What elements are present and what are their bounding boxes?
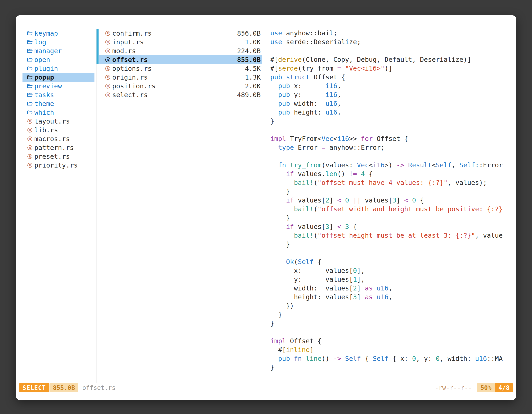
code-line bbox=[270, 47, 516, 55]
file-size: 1.0K bbox=[245, 38, 261, 46]
code-line: pub y: i16, bbox=[270, 90, 516, 99]
file-item-input.rs[interactable]: Rinput.rs1.0K bbox=[99, 38, 262, 47]
panels-container: keymaplogmanageropenpluginpopuppreviewta… bbox=[16, 15, 516, 383]
folder-item-popup[interactable]: popup bbox=[22, 73, 95, 82]
file-item-layout.rs[interactable]: Rlayout.rs bbox=[22, 117, 95, 125]
code-line: if values[3] < 3 { bbox=[270, 222, 516, 231]
svg-text:R: R bbox=[106, 40, 109, 44]
folder-item-which[interactable]: which bbox=[22, 108, 95, 117]
parent-directory-panel: keymaplogmanageropenpluginpopuppreviewta… bbox=[16, 29, 96, 383]
file-item-offset.rs[interactable]: Roffset.rs855.0B bbox=[99, 55, 262, 64]
item-label: plugin bbox=[34, 65, 58, 72]
code-line: fn try_from(values: Vec<i16>) -> Result<… bbox=[270, 161, 516, 170]
file-item-preset.rs[interactable]: Rpreset.rs bbox=[22, 152, 95, 161]
file-item-lib.rs[interactable]: Rlib.rs bbox=[22, 125, 95, 135]
file-size: 856.0B bbox=[237, 29, 261, 37]
folder-icon bbox=[27, 66, 33, 71]
code-line bbox=[270, 125, 516, 135]
status-filename: offset.rs bbox=[82, 384, 116, 391]
folder-icon bbox=[27, 110, 33, 115]
item-label: manager bbox=[34, 47, 62, 55]
file-size: 489.0B bbox=[237, 91, 261, 99]
code-line: impl Offset { bbox=[270, 337, 516, 346]
folder-item-plugin[interactable]: plugin bbox=[22, 64, 95, 73]
rust-file-icon: R bbox=[105, 57, 111, 63]
code-line: bail!("offset height must be at least 3:… bbox=[270, 231, 516, 240]
current-directory-panel: Rconfirm.rs856.0BRinput.rs1.0KRmod.rs224… bbox=[96, 29, 267, 383]
folder-icon bbox=[27, 83, 33, 89]
folder-item-manager[interactable]: manager bbox=[22, 47, 95, 55]
code-line: use serde::Deserialize; bbox=[270, 38, 516, 47]
rust-file-icon: R bbox=[105, 92, 111, 98]
rust-file-icon: R bbox=[27, 118, 33, 124]
item-label: priority.rs bbox=[34, 161, 78, 169]
svg-text:R: R bbox=[29, 146, 31, 149]
file-item-pattern.rs[interactable]: Rpattern.rs bbox=[22, 143, 95, 152]
code-line: #[derive(Clone, Copy, Debug, Default, De… bbox=[270, 55, 516, 64]
file-name: input.rs bbox=[112, 38, 144, 46]
code-line: pub struct Offset { bbox=[270, 73, 516, 82]
rust-file-icon: R bbox=[105, 48, 111, 54]
item-label: open bbox=[34, 56, 50, 64]
folder-item-keymap[interactable]: keymap bbox=[22, 29, 95, 38]
file-size: 1.3K bbox=[245, 73, 261, 81]
file-item-confirm.rs[interactable]: Rconfirm.rs856.0B bbox=[99, 29, 262, 38]
file-preview-panel: use anyhow::bail;use serde::Deserialize;… bbox=[267, 29, 516, 383]
svg-text:R: R bbox=[29, 119, 31, 123]
svg-text:R: R bbox=[106, 58, 109, 61]
svg-text:R: R bbox=[106, 84, 109, 88]
file-item-macros.rs[interactable]: Rmacros.rs bbox=[22, 135, 95, 143]
file-name: confirm.rs bbox=[112, 29, 152, 37]
code-line: } bbox=[270, 363, 516, 372]
svg-text:R: R bbox=[106, 49, 109, 53]
code-line: #[inline] bbox=[270, 346, 516, 354]
item-label: tasks bbox=[34, 91, 54, 99]
mode-badge: SELECT bbox=[19, 383, 49, 392]
code-line: type Error = anyhow::Error; bbox=[270, 143, 516, 152]
rust-file-icon: R bbox=[27, 163, 33, 168]
file-item-priority.rs[interactable]: Rpriority.rs bbox=[22, 161, 95, 170]
folder-item-tasks[interactable]: tasks bbox=[22, 90, 95, 99]
folder-item-theme[interactable]: theme bbox=[22, 99, 95, 108]
status-bar: SELECT 855.0B offset.rs -rw-r--r-- 50% 4… bbox=[19, 383, 513, 392]
file-item-select.rs[interactable]: Rselect.rs489.0B bbox=[99, 90, 262, 99]
folder-item-log[interactable]: log bbox=[22, 38, 95, 47]
file-item-mod.rs[interactable]: Rmod.rs224.0B bbox=[99, 47, 262, 55]
item-label: lib.rs bbox=[34, 126, 58, 134]
code-line: pub x: i16, bbox=[270, 82, 516, 90]
code-line bbox=[270, 152, 516, 161]
code-line: } bbox=[270, 319, 516, 328]
file-size: 224.0B bbox=[237, 47, 261, 55]
svg-text:R: R bbox=[29, 137, 31, 141]
svg-text:R: R bbox=[29, 164, 31, 167]
folder-item-open[interactable]: open bbox=[22, 55, 95, 64]
file-size-badge: 855.0B bbox=[49, 383, 78, 392]
rust-file-icon: R bbox=[105, 66, 111, 71]
file-item-position.rs[interactable]: Rposition.rs2.0K bbox=[99, 82, 262, 90]
code-line: pub height: u16, bbox=[270, 108, 516, 117]
folder-icon bbox=[27, 57, 33, 63]
svg-text:R: R bbox=[29, 155, 31, 158]
code-line: pub width: u16, bbox=[270, 99, 516, 108]
code-line: if values[2] < 0 || values[3] < 0 { bbox=[270, 196, 516, 205]
file-item-options.rs[interactable]: Roptions.rs4.5K bbox=[99, 64, 262, 73]
rust-file-icon: R bbox=[27, 136, 33, 142]
code-line: width: values[2] as u16, bbox=[270, 284, 516, 293]
folder-icon bbox=[27, 30, 33, 36]
rust-file-icon: R bbox=[105, 83, 111, 89]
file-name: position.rs bbox=[112, 82, 156, 90]
code-line: } bbox=[270, 240, 516, 249]
code-line: #[serde(try_from = "Vec<i16>")] bbox=[270, 64, 516, 73]
file-item-origin.rs[interactable]: Rorigin.rs1.3K bbox=[99, 73, 262, 82]
file-name: options.rs bbox=[112, 65, 152, 72]
file-name: origin.rs bbox=[112, 73, 148, 81]
code-line: } bbox=[270, 117, 516, 125]
code-line: height: values[3] as u16, bbox=[270, 293, 516, 301]
item-label: macros.rs bbox=[34, 135, 70, 143]
folder-icon bbox=[27, 48, 33, 54]
folder-item-preview[interactable]: preview bbox=[22, 82, 95, 90]
file-name: select.rs bbox=[112, 91, 148, 99]
file-size: 2.0K bbox=[245, 82, 261, 90]
rust-file-icon: R bbox=[105, 30, 111, 36]
code-line: } bbox=[270, 187, 516, 196]
